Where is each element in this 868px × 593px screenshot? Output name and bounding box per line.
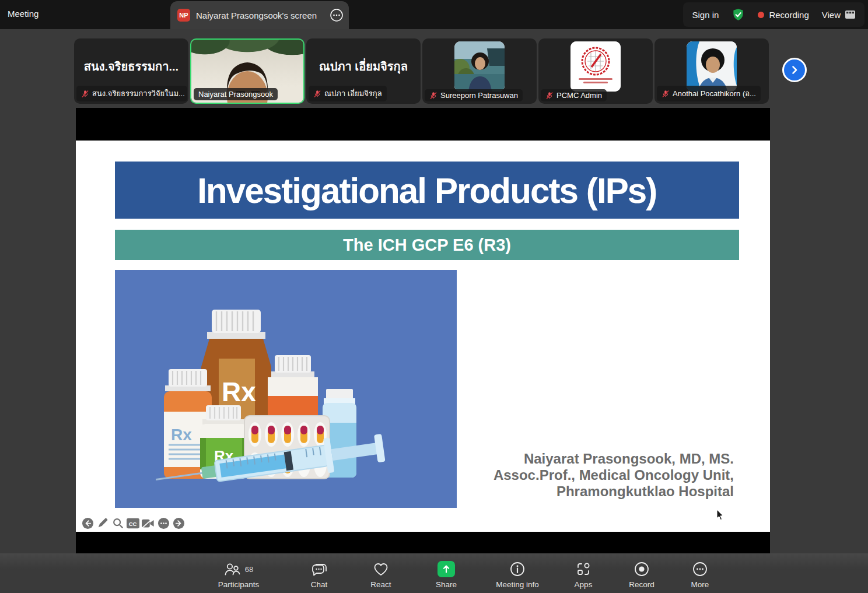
next-slide-button[interactable] [172, 517, 185, 529]
participant-name-badge: Naiyarat Prasongsook [194, 88, 278, 100]
heart-react-icon [373, 562, 389, 577]
participant-tile-anothai[interactable]: Anothai Pocathikorn (อ... [654, 38, 769, 104]
participant-name-badge: ณปภา เอี่ยมจิรกุล [309, 86, 387, 101]
zoom-meeting-window: Meeting NP Naiyarat Prasongsook's screen… [0, 0, 868, 593]
camera-off-icon[interactable] [142, 517, 155, 529]
mic-muted-icon [81, 90, 89, 98]
author-line-2: Assoc.Prof., Medical Oncology Unit, [407, 467, 734, 483]
info-icon [510, 562, 525, 577]
profile-photo [454, 41, 505, 92]
author-line-3: Phramongkutklao Hospital [407, 483, 734, 500]
react-button[interactable]: React [349, 553, 413, 593]
mouse-cursor [716, 509, 726, 523]
shared-screen-area: Investigational Products (IPs) The ICH G… [76, 108, 770, 553]
record-icon [634, 562, 649, 577]
closed-captions-icon[interactable]: CC [127, 517, 139, 529]
previous-slide-button[interactable] [81, 517, 94, 529]
participants-count: 68 [245, 565, 253, 574]
svg-text:Rx: Rx [222, 377, 256, 407]
participant-tile-ethics-office[interactable]: สนง.จริยธรรมกา... สนง.จริยธรรมการวิจัยใน… [74, 38, 188, 104]
meeting-menu-label: Meeting [8, 9, 38, 19]
slide-author-block: Naiyarat Prasongsook, MD, MS. Assoc.Prof… [407, 451, 734, 500]
slide-title-band: Investigational Products (IPs) [115, 162, 739, 219]
recording-dot-icon [758, 12, 764, 18]
share-screen-button[interactable]: Share [414, 553, 478, 593]
participant-tile-napapa[interactable]: ณปภา เอี่ยมจิรกุล ณปภา เอี่ยมจิรกุล [306, 38, 421, 104]
view-button[interactable]: View [822, 10, 855, 20]
apps-icon [576, 562, 591, 577]
record-button[interactable]: Record [610, 553, 674, 593]
participant-tile-naiyarat-active-speaker[interactable]: Naiyarat Prasongsook [190, 38, 304, 104]
pcmc-logo [570, 41, 621, 92]
participants-strip: สนง.จริยธรรมกา... สนง.จริยธรรมการวิจัยใน… [74, 38, 769, 104]
titlebar-right-controls: Sign in Recording View [683, 2, 865, 27]
more-ellipsis-icon [692, 562, 708, 577]
author-line-1: Naiyarat Prasongsook, MD, MS. [407, 451, 734, 467]
sign-in-button[interactable]: Sign in [692, 10, 719, 20]
mic-muted-icon [545, 92, 554, 100]
share-up-arrow-icon [438, 561, 455, 577]
zoom-magnifier-icon[interactable] [111, 517, 124, 529]
participant-name-badge: PCMC Admin [541, 89, 607, 101]
svg-text:CC: CC [129, 520, 137, 527]
presenter-avatar: NP [177, 9, 190, 22]
participant-name-badge: Anothai Pocathikorn (อ... [657, 86, 761, 101]
slide-subtitle: The ICH GCP E6 (R3) [343, 236, 511, 255]
screen-share-tab[interactable]: NP Naiyarat Prasongsook's screen [170, 1, 349, 29]
more-options-ellipsis-icon[interactable] [157, 517, 170, 529]
title-bar: Meeting NP Naiyarat Prasongsook's screen… [0, 0, 868, 29]
mic-muted-icon [662, 90, 670, 98]
participant-name-badge: สนง.จริยธรรมการวิจัยในม... [76, 86, 187, 101]
chat-button[interactable]: Chat [287, 553, 351, 593]
presentation-slide: Investigational Products (IPs) The ICH G… [76, 141, 770, 532]
svg-text:Rx: Rx [171, 426, 192, 444]
participant-tile-sureeporn[interactable]: Sureeporn Patrasuwan [422, 38, 537, 104]
more-button[interactable]: More [668, 553, 732, 593]
participant-name-badge: Sureeporn Patrasuwan [425, 89, 523, 101]
chat-icon [312, 562, 327, 577]
tab-options-ellipsis-icon[interactable] [330, 8, 344, 23]
presenter-slide-toolbar: CC [81, 517, 185, 529]
slide-title: Investigational Products (IPs) [197, 170, 656, 211]
participant-tile-pcmc-admin[interactable]: PCMC Admin [538, 38, 653, 104]
tab-title: Naiyarat Prasongsook's screen [196, 10, 317, 20]
security-shield-icon[interactable] [732, 8, 745, 22]
annotate-pen-icon[interactable] [96, 517, 109, 529]
profile-photo [687, 41, 737, 92]
recording-indicator[interactable]: Recording [758, 10, 808, 20]
mic-muted-icon [313, 90, 321, 98]
apps-button[interactable]: Apps [551, 553, 615, 593]
meeting-info-button[interactable]: Meeting info [485, 553, 550, 593]
participants-icon [224, 562, 241, 577]
participants-button[interactable]: 68 Participants [206, 553, 271, 593]
mic-muted-icon [429, 92, 438, 100]
view-grid-icon [845, 10, 855, 19]
next-participants-page-button[interactable] [782, 58, 807, 82]
chevron-right-icon [789, 65, 800, 75]
meeting-toolbar: 68 Participants Chat React [0, 553, 868, 593]
slide-subtitle-band: The ICH GCP E6 (R3) [115, 230, 739, 260]
medicines-illustration: Rx Rx [115, 270, 457, 508]
